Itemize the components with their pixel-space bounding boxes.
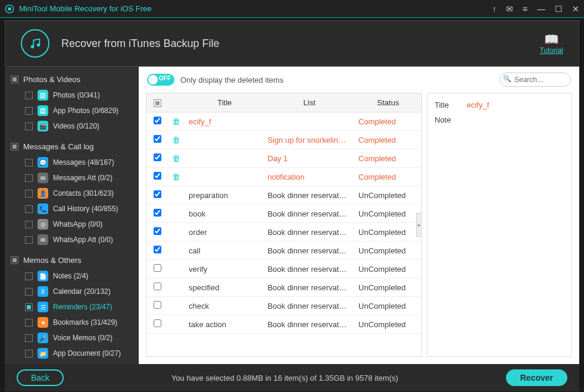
item-checkbox[interactable] — [25, 319, 33, 327]
item-checkbox[interactable] — [25, 107, 33, 115]
item-checkbox[interactable] — [25, 190, 33, 197]
search-input[interactable] — [499, 73, 571, 87]
row-checkbox[interactable] — [154, 227, 161, 235]
sidebar-item[interactable]: 👤Contacts (301/623) — [11, 186, 133, 201]
table-row[interactable]: check Book dinner reservat… UnCompleted — [146, 297, 421, 315]
svg-point-1 — [8, 7, 11, 10]
sidebar-item[interactable]: ✉Messages Att (0/2) — [11, 170, 133, 186]
row-checkbox[interactable] — [154, 264, 161, 272]
row-checkbox[interactable] — [154, 190, 161, 198]
back-button[interactable]: Back — [17, 369, 64, 386]
main-panel: OFF Only display the deleted items Title — [139, 67, 579, 364]
minimize-icon[interactable]: — — [537, 4, 545, 14]
maximize-icon[interactable]: ☐ — [555, 4, 563, 14]
item-checkbox[interactable] — [25, 303, 33, 311]
col-list[interactable]: List — [264, 93, 355, 112]
upload-icon[interactable]: ↑ — [492, 4, 496, 14]
cell-title: ecify_f — [185, 112, 264, 131]
sidebar-group-header[interactable]: Photos & Videos — [11, 75, 133, 84]
sidebar-item-label: WhatsApp (0/0) — [53, 220, 102, 228]
category-icon: 📄 — [38, 271, 48, 281]
row-checkbox[interactable] — [154, 117, 161, 124]
titlebar: MiniTool Mobile Recovery for iOS Free ↑ … — [0, 0, 584, 18]
category-icon: 🎬 — [38, 121, 48, 131]
item-checkbox[interactable] — [25, 236, 33, 244]
row-checkbox[interactable] — [154, 135, 161, 143]
cell-status: UnCompleted — [355, 278, 421, 297]
close-icon[interactable]: ✕ — [572, 4, 579, 14]
row-checkbox[interactable] — [154, 283, 161, 290]
row-checkbox[interactable] — [154, 153, 161, 161]
table-row[interactable]: order Book dinner reservat… UnCompleted — [146, 223, 421, 242]
row-checkbox[interactable] — [154, 209, 161, 217]
table-row[interactable]: verify Book dinner reservat… UnCompleted — [146, 260, 421, 278]
sidebar-item-label: Notes (2/4) — [53, 272, 88, 280]
sidebar-item[interactable]: 💬Messages (48/167) — [11, 155, 133, 170]
item-checkbox[interactable] — [25, 334, 33, 342]
mail-icon[interactable]: ✉ — [506, 4, 513, 14]
detail-title-label: Title — [435, 101, 456, 109]
table-row[interactable]: 🗑 Sign up for snorkelin… Completed — [146, 131, 421, 149]
cell-list — [264, 112, 355, 131]
table-row[interactable]: 🗑 Day 1 Completed — [146, 149, 421, 168]
row-checkbox[interactable] — [154, 301, 161, 309]
sidebar-group-header[interactable]: Memos & Others — [11, 256, 133, 265]
deleted-filter-toggle[interactable]: OFF — [147, 74, 174, 86]
sidebar-item[interactable]: 🎤Voice Memos (0/2) — [11, 330, 133, 346]
detail-panel: Title ecify_f Note — [427, 93, 572, 357]
sidebar-item-label: WhatsApp Att (0/0) — [53, 236, 113, 244]
sidebar-group-header[interactable]: Messages & Call log — [11, 142, 133, 151]
item-checkbox[interactable] — [25, 92, 33, 99]
sidebar-item[interactable]: ✉WhatsApp Att (0/0) — [11, 232, 133, 247]
cell-list: Book dinner reservat… — [264, 260, 355, 278]
sidebar-item[interactable]: 📁App Document (0/27) — [11, 346, 133, 361]
sidebar-item[interactable]: 🖼Photos (0/341) — [11, 87, 133, 103]
row-checkbox[interactable] — [154, 319, 161, 327]
sidebar-item[interactable]: 🖼App Photos (0/6829) — [11, 103, 133, 118]
table-row[interactable]: 🗑 notification Completed — [146, 168, 421, 186]
cell-status: UnCompleted — [355, 260, 421, 278]
item-checkbox[interactable] — [25, 205, 33, 213]
item-checkbox[interactable] — [25, 272, 33, 280]
sidebar-item[interactable]: 8Calendar (20/132) — [11, 284, 133, 299]
book-icon: 📖 — [539, 32, 563, 46]
sidebar-item[interactable]: ★Bookmarks (31/429) — [11, 315, 133, 330]
item-checkbox[interactable] — [25, 123, 33, 130]
table-row[interactable]: take action Book dinner reservat… UnComp… — [146, 315, 421, 334]
item-checkbox[interactable] — [25, 159, 33, 167]
recover-button[interactable]: Recover — [506, 369, 567, 386]
group-checkbox[interactable] — [11, 143, 18, 150]
sidebar-item[interactable]: 📞Call History (40/855) — [11, 201, 133, 217]
category-icon: 💬 — [38, 157, 48, 168]
tutorial-link[interactable]: 📖 Tutorial — [539, 32, 563, 55]
sidebar-item[interactable]: ⊙WhatsApp (0/0) — [11, 217, 133, 232]
col-status[interactable]: Status — [355, 93, 421, 112]
row-checkbox[interactable] — [154, 172, 161, 180]
sidebar-item[interactable]: ☰Reminders (23/47) — [11, 299, 133, 315]
toggle-description: Only display the deleted items — [180, 76, 494, 84]
sidebar-item-label: App Photos (0/6829) — [53, 106, 118, 115]
sidebar-item[interactable]: 🎬Videos (0/120) — [11, 118, 133, 134]
panel-expand-handle[interactable]: ▸ — [416, 213, 422, 237]
item-checkbox[interactable] — [25, 288, 33, 296]
item-checkbox[interactable] — [25, 350, 33, 357]
menu-icon[interactable]: ≡ — [523, 4, 527, 14]
cell-list: Book dinner reservat… — [264, 278, 355, 297]
item-checkbox[interactable] — [25, 221, 33, 228]
col-title[interactable]: Title — [185, 93, 264, 112]
trash-icon: 🗑 — [172, 172, 180, 181]
sidebar-item-label: Messages Att (0/2) — [53, 174, 113, 182]
table-row[interactable]: specified Book dinner reservat… UnComple… — [146, 278, 421, 297]
table-row[interactable]: preparation Book dinner reservat… UnComp… — [146, 186, 421, 205]
category-icon: 🖼 — [38, 105, 48, 116]
sidebar-item[interactable]: 📄Notes (2/4) — [11, 268, 133, 284]
cell-status: Completed — [355, 168, 421, 186]
select-all-checkbox[interactable] — [154, 99, 161, 107]
table-row[interactable]: book Book dinner reservat… UnCompleted — [146, 205, 421, 223]
group-checkbox[interactable] — [11, 256, 18, 264]
table-row[interactable]: call Book dinner reservat… UnCompleted — [146, 242, 421, 260]
row-checkbox[interactable] — [154, 246, 161, 253]
group-checkbox[interactable] — [11, 76, 18, 83]
item-checkbox[interactable] — [25, 174, 33, 182]
table-row[interactable]: 🗑 ecify_f Completed — [146, 112, 421, 131]
